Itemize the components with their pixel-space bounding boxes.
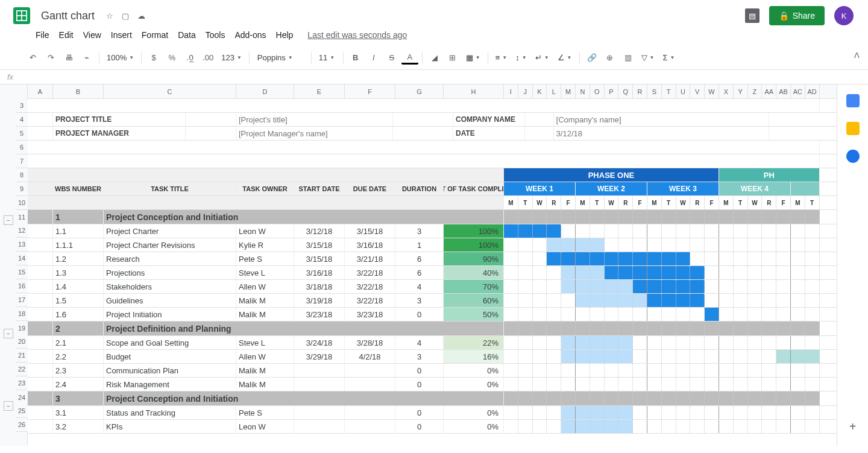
cell[interactable]: 1.6 xyxy=(53,308,104,321)
cell[interactable] xyxy=(647,378,662,391)
row-number[interactable]: 18 xyxy=(16,307,28,321)
cell[interactable] xyxy=(734,308,748,321)
cell[interactable] xyxy=(533,336,547,349)
cell[interactable] xyxy=(776,406,791,419)
cell[interactable] xyxy=(518,336,533,349)
cell[interactable] xyxy=(705,391,719,405)
cell[interactable] xyxy=(705,308,719,321)
row-number[interactable]: 11 xyxy=(16,210,28,224)
cell[interactable]: 100% xyxy=(444,224,504,238)
comment-icon[interactable]: ⊕ xyxy=(602,49,618,66)
cell[interactable] xyxy=(547,294,561,307)
col-header[interactable]: Q xyxy=(618,84,633,98)
cell[interactable]: 0% xyxy=(444,420,504,433)
cell[interactable]: 0% xyxy=(444,364,504,377)
cell[interactable]: Pete S xyxy=(236,406,294,419)
cell[interactable] xyxy=(791,238,805,252)
cell[interactable] xyxy=(561,391,576,405)
cell[interactable] xyxy=(561,322,576,335)
cell[interactable]: 3/22/18 xyxy=(345,294,395,307)
cell[interactable] xyxy=(518,350,533,363)
tasks-addon-icon[interactable] xyxy=(846,150,860,163)
cell[interactable]: 3/23/18 xyxy=(345,308,395,321)
menu-help[interactable]: Help xyxy=(272,28,298,42)
cell[interactable] xyxy=(690,336,705,349)
row-number[interactable]: 25 xyxy=(16,404,28,418)
cell[interactable]: 3/19/18 xyxy=(294,294,345,307)
cell[interactable] xyxy=(662,294,676,307)
avatar[interactable]: K xyxy=(834,6,854,25)
cell[interactable] xyxy=(633,280,647,293)
cell[interactable]: 1.4 xyxy=(53,280,104,293)
cell[interactable] xyxy=(690,294,705,307)
cell[interactable] xyxy=(547,266,561,279)
cell[interactable] xyxy=(791,364,805,377)
cell[interactable] xyxy=(518,308,533,321)
cell[interactable] xyxy=(633,238,647,252)
cell[interactable]: 3/15/18 xyxy=(294,238,345,252)
col-header[interactable]: E xyxy=(294,84,345,98)
cell[interactable]: Malik M xyxy=(236,364,294,377)
cell[interactable] xyxy=(791,224,805,238)
cell[interactable] xyxy=(805,266,820,279)
row-number[interactable]: 14 xyxy=(16,252,28,265)
col-header[interactable]: V xyxy=(690,84,705,98)
cell[interactable]: 3.2 xyxy=(53,420,104,433)
cell[interactable]: 1.5 xyxy=(53,294,104,307)
row-number[interactable]: 23 xyxy=(16,376,28,390)
cell[interactable] xyxy=(705,294,719,307)
cell[interactable] xyxy=(719,252,734,265)
cell[interactable] xyxy=(504,336,518,349)
cell[interactable]: Kylie R xyxy=(236,238,294,252)
cell[interactable] xyxy=(719,336,734,349)
cell[interactable] xyxy=(618,350,633,363)
cell[interactable] xyxy=(690,406,705,419)
cell[interactable]: Steve L xyxy=(236,336,294,349)
cell[interactable]: TASK TITLE xyxy=(104,182,236,195)
cell[interactable] xyxy=(791,391,805,405)
cell[interactable] xyxy=(28,308,53,321)
cell[interactable] xyxy=(734,280,748,293)
cell[interactable] xyxy=(28,127,53,140)
cell[interactable] xyxy=(590,420,605,433)
cell[interactable] xyxy=(762,336,776,349)
paint-format-icon[interactable]: ⌁ xyxy=(78,49,95,66)
row-number[interactable]: 4 xyxy=(16,113,28,127)
cell[interactable]: R xyxy=(762,196,776,209)
cell[interactable] xyxy=(345,406,395,419)
cell[interactable]: TASK OWNER xyxy=(236,182,294,195)
cell[interactable] xyxy=(719,406,734,419)
cell[interactable] xyxy=(734,210,748,224)
cell[interactable] xyxy=(605,378,619,391)
cell[interactable] xyxy=(561,420,576,433)
cell[interactable]: [Project's title] xyxy=(236,113,393,126)
cell[interactable] xyxy=(618,210,633,224)
cell[interactable] xyxy=(805,406,820,419)
cell[interactable] xyxy=(518,294,533,307)
row-number[interactable]: 19 xyxy=(16,321,28,335)
cell[interactable] xyxy=(719,378,734,391)
cell[interactable] xyxy=(776,420,791,433)
zoom-select[interactable]: 100%▼ xyxy=(103,50,137,66)
cell[interactable]: 1.1.1 xyxy=(53,238,104,252)
cell[interactable] xyxy=(504,210,518,224)
col-header[interactable]: F xyxy=(345,84,395,98)
cell[interactable]: R xyxy=(690,196,705,209)
cell[interactable] xyxy=(662,266,676,279)
cell[interactable]: KPIs xyxy=(104,420,236,433)
cell[interactable] xyxy=(647,266,662,279)
cell[interactable] xyxy=(504,420,518,433)
cell[interactable] xyxy=(734,224,748,238)
col-header[interactable]: Y xyxy=(734,84,748,98)
cell[interactable] xyxy=(776,252,791,265)
cell[interactable]: Malik M xyxy=(236,378,294,391)
cell[interactable] xyxy=(618,308,633,321)
cell[interactable] xyxy=(676,238,691,252)
cell[interactable] xyxy=(633,252,647,265)
cell[interactable] xyxy=(690,364,705,377)
cell[interactable] xyxy=(762,266,776,279)
cell[interactable] xyxy=(590,322,605,335)
cell[interactable] xyxy=(676,378,691,391)
cell[interactable] xyxy=(605,322,619,335)
cell[interactable] xyxy=(719,238,734,252)
